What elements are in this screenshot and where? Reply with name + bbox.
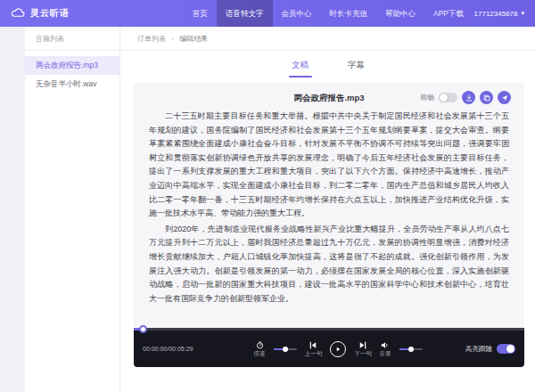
left-rail <box>0 27 25 392</box>
top-navbar: 灵云听语 首页 语音转文字 会员中心 时长卡充值 帮助中心 APP下载 1771… <box>0 0 535 27</box>
nav-item-home[interactable]: 首页 <box>184 0 217 27</box>
speed-slider-handle[interactable] <box>283 347 288 352</box>
audio-player: 00:00:00/00:05:29 倍速 上一句 <box>134 328 524 367</box>
download-icon <box>465 94 473 102</box>
time-display: 00:00:00/00:05:29 <box>143 346 210 352</box>
progress-handle[interactable] <box>139 325 147 333</box>
next-sentence-icon <box>358 341 367 349</box>
transcript-paragraph[interactable]: 二十三五时期主要目标任务和重大举措。根据中共中央关于制定国民经济和社会发展第十三… <box>149 110 509 221</box>
prev-sentence-icon <box>309 341 317 349</box>
nav-item-member-center[interactable]: 会员中心 <box>273 0 321 27</box>
highlight-follow-label: 高亮跟随 <box>465 345 492 354</box>
highlight-follow-toggle[interactable] <box>497 344 515 354</box>
breadcrumb-current: 编辑结果 <box>179 35 208 43</box>
player-controls-row: 00:00:00/00:05:29 倍速 上一句 <box>134 331 524 367</box>
smooth-mode-toggle[interactable] <box>439 93 457 102</box>
prev-sentence-label: 上一句 <box>305 351 323 357</box>
chevron-down-icon: ▾ <box>521 10 524 17</box>
tab-subtitle[interactable]: 字幕 <box>348 60 365 78</box>
audio-list-item-noiseless[interactable]: 无杂音半小时.wav <box>25 75 119 94</box>
app-window: 灵云听语 首页 语音转文字 会员中心 时长卡充值 帮助中心 APP下载 1771… <box>0 0 535 392</box>
transcript-card: 两会政府报告.mp3 顺畅 二十三五时期主要目标任务和重大举措。根据 <box>134 82 524 328</box>
brand-name: 灵云听语 <box>30 7 70 20</box>
download-button[interactable] <box>462 91 475 104</box>
audio-list: 两会政府报告.mp3 无杂音半小时.wav <box>25 51 119 94</box>
share-button[interactable] <box>498 91 511 104</box>
highlight-follow-group: 高亮跟随 <box>465 344 515 354</box>
volume-icon <box>381 341 390 349</box>
toggle-knob <box>506 345 514 353</box>
volume-slider-handle[interactable] <box>408 347 414 352</box>
volume-slider[interactable] <box>399 348 423 350</box>
transcript-text[interactable]: 二十三五时期主要目标任务和重大举措。根据中共中央关于制定国民经济和社会发展第十三… <box>147 107 511 306</box>
smooth-mode-label: 顺畅 <box>420 93 434 102</box>
toggle-knob <box>440 94 448 102</box>
nav-item-app-download[interactable]: APP下载 <box>424 0 473 27</box>
copy-icon <box>483 94 490 102</box>
nav-item-speech-to-text[interactable]: 语音转文字 <box>217 0 273 27</box>
nav-item-recharge[interactable]: 时长卡充值 <box>321 0 377 27</box>
next-sentence-label: 下一句 <box>354 351 372 357</box>
play-icon <box>334 346 342 353</box>
player-center-controls: 倍速 上一句 下一句 <box>210 341 465 357</box>
prev-sentence-button[interactable]: 上一句 <box>305 341 323 357</box>
next-sentence-button[interactable]: 下一句 <box>354 341 372 357</box>
audio-item-label: 两会政府报告.mp3 <box>36 61 98 69</box>
sidebar-title: 音频列表 <box>25 27 119 51</box>
transcript-paragraph[interactable]: 到2020年，先进制造业现代服务业战略性新兴产业比重大幅提升，全员劳动生产率从人… <box>149 223 509 306</box>
progress-bar[interactable] <box>134 328 524 331</box>
main-panel: 订单列表 › 编辑结果 文稿 字幕 两会政府报告.mp3 顺畅 <box>121 27 535 392</box>
account-menu[interactable]: 17712345678 ▾ <box>474 10 524 18</box>
speed-control[interactable]: 倍速 <box>254 341 266 357</box>
breadcrumb-order-list[interactable]: 订单列表 <box>137 35 166 43</box>
main-nav: 首页 语音转文字 会员中心 时长卡充值 帮助中心 APP下载 <box>184 0 473 27</box>
card-actions: 顺畅 <box>420 91 511 104</box>
result-tabs: 文稿 字幕 <box>121 51 535 78</box>
breadcrumb-separator: › <box>171 35 174 43</box>
tab-transcript[interactable]: 文稿 <box>292 60 309 78</box>
audio-list-item-report[interactable]: 两会政府报告.mp3 <box>25 56 119 75</box>
speed-icon <box>256 341 264 349</box>
share-icon <box>501 94 508 102</box>
audio-item-label: 无杂音半小时.wav <box>36 79 96 88</box>
copy-button[interactable] <box>480 91 493 104</box>
audio-file-title: 两会政府报告.mp3 <box>293 93 364 104</box>
volume-label: 音量 <box>380 351 391 357</box>
speed-slider[interactable] <box>274 348 297 350</box>
cloud-icon <box>11 7 26 20</box>
speed-label: 倍速 <box>254 351 266 357</box>
audio-list-sidebar: 音频列表 两会政府报告.mp3 无杂音半小时.wav <box>25 27 120 392</box>
brand: 灵云听语 <box>11 7 70 20</box>
nav-item-help-center[interactable]: 帮助中心 <box>376 0 424 27</box>
play-button[interactable] <box>330 341 346 357</box>
transcript-card-header: 两会政府报告.mp3 顺畅 <box>147 89 511 107</box>
volume-control[interactable]: 音量 <box>380 341 391 357</box>
account-phone: 17712345678 <box>474 10 518 18</box>
breadcrumb: 订单列表 › 编辑结果 <box>121 27 535 51</box>
